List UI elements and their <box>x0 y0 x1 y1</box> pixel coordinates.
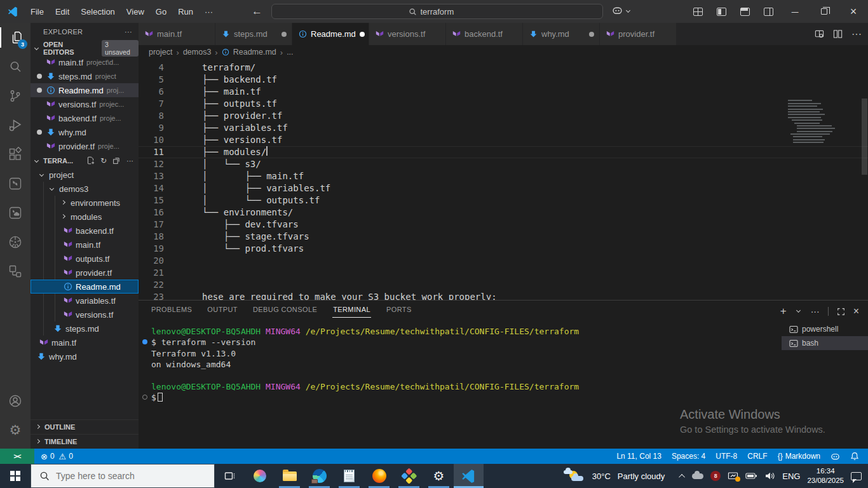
extensions-icon[interactable] <box>0 140 31 169</box>
explorer-icon[interactable]: 3 <box>0 23 31 52</box>
tree-item-project[interactable]: project <box>31 168 139 182</box>
tree-item-environments[interactable]: environments <box>31 196 139 210</box>
settings-gear-icon[interactable]: ⚙ <box>0 416 31 445</box>
code-area[interactable]: 4terraform/ 5├── backend.tf 6├── main.tf… <box>139 59 868 300</box>
menu-edit[interactable]: Edit <box>50 5 75 18</box>
bell-icon[interactable] <box>850 452 859 461</box>
taskbar-search[interactable] <box>31 464 215 488</box>
encoding-status[interactable]: UTF-8 <box>715 452 737 461</box>
breadcrumb-item[interactable]: demos3 <box>183 48 211 57</box>
copilot-menu[interactable] <box>612 5 632 16</box>
copilot-icon[interactable] <box>245 464 275 488</box>
tab-backend-tf[interactable]: backend.tf <box>446 23 523 45</box>
tree-item-backend-tf[interactable]: backend.tf <box>31 224 139 238</box>
eol-status[interactable]: CRLF <box>747 452 767 461</box>
toggle-secondary-sidebar-icon[interactable] <box>764 8 773 16</box>
workspace-header[interactable]: TERRA... ↻ ··· <box>31 153 139 168</box>
back-arrow[interactable]: ← <box>252 5 262 18</box>
menu-selection[interactable]: Selection <box>75 5 120 18</box>
panel-tab-debug-console[interactable]: DEBUG CONSOLE <box>253 306 317 313</box>
weather-temp[interactable]: 30°C <box>592 471 611 481</box>
firefox-icon[interactable] <box>364 464 394 488</box>
refresh-icon[interactable]: ↻ <box>100 156 107 165</box>
outline-section[interactable]: OUTLINE <box>31 419 139 434</box>
minimize-button[interactable]: ─ <box>780 0 810 23</box>
modified-dot[interactable] <box>281 32 287 37</box>
weather-icon[interactable] <box>564 468 585 484</box>
tab-provider-tf[interactable]: provider.tf <box>600 23 677 45</box>
tree-item-outputs-tf[interactable]: outputs.tf <box>31 252 139 266</box>
search-input[interactable] <box>421 7 466 17</box>
open-editor-provider-tf[interactable]: provider.tf proje... <box>31 139 139 153</box>
volume-icon[interactable] <box>764 471 775 480</box>
remote-indicator-icon[interactable]: >< <box>0 449 34 464</box>
open-editor-readme-md[interactable]: Readme.md proj... <box>31 83 139 97</box>
command-decoration-icon[interactable] <box>142 395 147 400</box>
toggle-panel-icon[interactable] <box>740 8 750 16</box>
tree-item-modules[interactable]: modules <box>31 210 139 224</box>
tree-item-main-tf-root[interactable]: main.tf <box>31 336 139 349</box>
red-app-tray-icon[interactable]: 8 <box>710 471 721 481</box>
terraform-cloud-icon[interactable] <box>0 198 31 227</box>
weather-condition[interactable]: Partly cloudy <box>618 471 665 481</box>
problems-status[interactable]: ⊗0 ⚠0 <box>41 452 73 461</box>
restore-button[interactable] <box>810 0 839 23</box>
tree-item-steps-md[interactable]: steps.md <box>31 322 139 336</box>
notification-bubble-icon[interactable] <box>851 472 862 480</box>
more-actions-icon[interactable]: ··· <box>851 29 862 40</box>
tree-item-main-tf[interactable]: main.tf <box>31 238 139 252</box>
tab-versions-tf[interactable]: versions.tf <box>369 23 446 45</box>
menu-run[interactable]: Run <box>172 5 199 18</box>
file-explorer-icon[interactable] <box>275 464 304 488</box>
shapes-app-icon[interactable] <box>394 464 424 488</box>
open-editors-header[interactable]: OPEN EDITORS 3 unsaved <box>31 41 139 55</box>
chevron-down-icon[interactable] <box>796 308 801 312</box>
notepad-icon[interactable] <box>334 464 364 488</box>
display-connect-icon[interactable] <box>728 471 738 480</box>
menu-view[interactable]: View <box>121 5 150 18</box>
menu-go[interactable]: Go <box>150 5 172 18</box>
panel-tab-output[interactable]: OUTPUT <box>207 306 238 313</box>
breadcrumb-item[interactable]: project <box>149 48 173 57</box>
menu-overflow[interactable]: ··· <box>199 5 219 18</box>
vscode-icon[interactable] <box>454 464 484 488</box>
open-preview-icon[interactable] <box>815 29 824 39</box>
new-file-icon[interactable] <box>86 156 95 165</box>
open-editor-main-tf[interactable]: main.tf project\d... <box>31 55 139 69</box>
panel-tab-problems[interactable]: PROBLEMS <box>151 306 192 313</box>
start-button[interactable] <box>0 464 31 488</box>
toggle-primary-sidebar-icon[interactable] <box>717 8 726 16</box>
modified-dot[interactable] <box>589 32 594 37</box>
task-view-icon[interactable] <box>215 464 245 488</box>
more-actions-icon[interactable]: ··· <box>126 157 133 165</box>
settings-icon[interactable]: ⚙ <box>424 464 454 488</box>
more-actions-icon[interactable]: ··· <box>125 28 132 36</box>
edge-icon[interactable] <box>304 464 334 488</box>
panel-tab-terminal[interactable]: TERMINAL <box>332 302 371 318</box>
menu-file[interactable]: File <box>25 5 50 18</box>
clock[interactable]: 16:3423/08/2025 <box>807 466 844 485</box>
maximize-panel-icon[interactable] <box>837 308 845 316</box>
terminal-input-line[interactable]: $ <box>151 392 782 403</box>
tree-item-versions-tf[interactable]: versions.tf <box>31 308 139 322</box>
language-status[interactable]: {}Markdown <box>778 452 820 461</box>
split-editor-icon[interactable] <box>833 29 843 39</box>
modified-dot[interactable] <box>360 32 365 37</box>
containers-icon[interactable] <box>0 257 31 286</box>
panel-tab-ports[interactable]: PORTS <box>386 306 412 313</box>
collapse-folders-icon[interactable] <box>112 156 121 165</box>
command-center-search[interactable] <box>271 4 603 19</box>
breadcrumb-item[interactable]: Readme.md <box>233 48 276 57</box>
copilot-icon[interactable] <box>831 452 840 461</box>
language-indicator[interactable]: ENG <box>782 471 800 481</box>
onedrive-cloud-icon[interactable] <box>692 473 703 479</box>
tree-item-variables-tf[interactable]: variables.tf <box>31 294 139 308</box>
open-editor-versions-tf[interactable]: versions.tf projec... <box>31 97 139 111</box>
cursor-position-status[interactable]: Ln 11, Col 13 <box>616 452 661 461</box>
breadcrumb-item[interactable]: ... <box>287 48 293 57</box>
terraform-icon[interactable] <box>0 169 31 198</box>
run-and-debug-icon[interactable] <box>0 111 31 140</box>
timeline-section[interactable]: TIMELINE <box>31 434 139 449</box>
open-editor-why-md[interactable]: why.md <box>31 125 139 139</box>
tree-item-demos3[interactable]: demos3 <box>31 182 139 196</box>
